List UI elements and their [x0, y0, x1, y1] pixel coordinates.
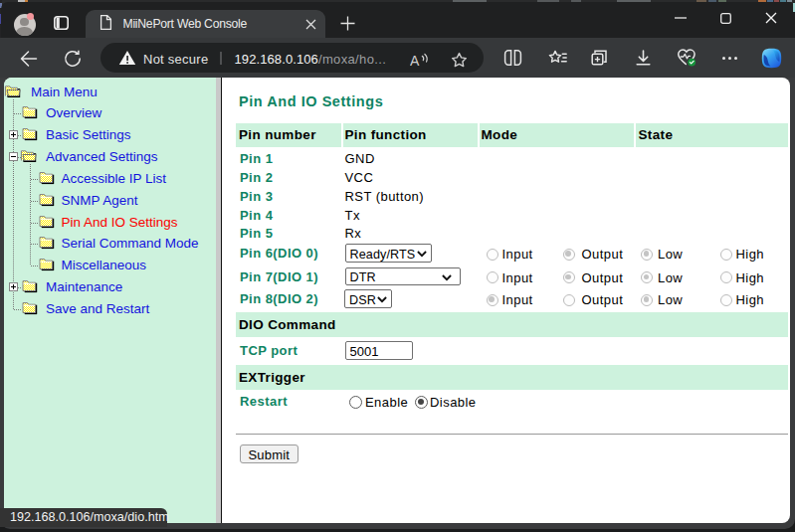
svg-text:A: A — [410, 53, 420, 68]
